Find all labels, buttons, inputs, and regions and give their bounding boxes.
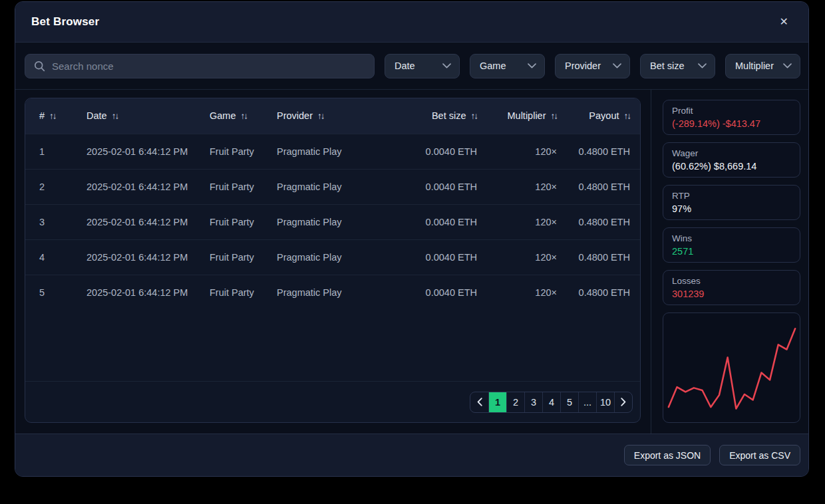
search-box [25, 54, 375, 78]
stat-value: 2571 [672, 246, 791, 257]
cell-payout: 0.4800 ETH [557, 204, 640, 239]
column-header-date[interactable]: Date↑↓ [86, 98, 210, 134]
sort-icon: ↑↓ [471, 111, 478, 121]
pagination-page-3[interactable]: 3 [524, 392, 542, 412]
stat-card-wins: Wins 2571 [663, 227, 800, 263]
chevron-right-icon [621, 398, 626, 406]
filter-label: Multiplier [735, 61, 774, 71]
chevron-down-icon [442, 63, 451, 68]
cell-date: 2025-02-01 6:44:12 PM [86, 239, 210, 275]
export-json-button[interactable]: Export as JSON [624, 445, 711, 465]
cell-payout: 0.4800 ETH [557, 275, 640, 310]
stat-label: RTP [672, 191, 791, 201]
stat-value: (-289.14%) -$413.47 [672, 118, 791, 129]
table-pane: #↑↓ Date↑↓ Game↑↓ Provider↑↓ Bet size↑↓ … [15, 90, 651, 434]
filter-date[interactable]: Date [385, 54, 460, 78]
cell-multiplier: 120× [477, 275, 557, 310]
cell-game: Fruit Party [210, 204, 277, 239]
filter-label: Bet size [650, 61, 685, 71]
cell-provider: Pragmatic Play [277, 134, 407, 169]
export-csv-button[interactable]: Export as CSV [719, 445, 800, 465]
filter-multiplier[interactable]: Multiplier [725, 54, 800, 78]
cell-provider: Pragmatic Play [277, 275, 407, 310]
filter-label: Game [480, 61, 506, 71]
search-input[interactable] [52, 61, 365, 72]
cell-bet-size: 0.0040 ETH [407, 275, 477, 310]
filter-label: Provider [565, 61, 601, 71]
cell-date: 2025-02-01 6:44:12 PM [86, 204, 210, 239]
table-header-row: #↑↓ Date↑↓ Game↑↓ Provider↑↓ Bet size↑↓ … [25, 98, 640, 134]
pagination-page-4[interactable]: 4 [542, 392, 560, 412]
sort-icon: ↑↓ [317, 111, 324, 121]
page-title: Bet Browser [31, 15, 99, 29]
sort-icon: ↑↓ [624, 111, 631, 121]
column-header-index[interactable]: #↑↓ [25, 98, 86, 134]
cell-provider: Pragmatic Play [277, 239, 407, 275]
table-row: 2 2025-02-01 6:44:12 PM Fruit Party Prag… [25, 169, 640, 204]
cell-game: Fruit Party [210, 134, 277, 169]
chevron-left-icon [477, 398, 482, 406]
pagination: 1 2 3 4 5 ... 10 [470, 392, 633, 413]
pagination-prev-button[interactable] [470, 392, 488, 412]
table-row: 3 2025-02-01 6:44:12 PM Fruit Party Prag… [25, 204, 640, 239]
pagination-page-1[interactable]: 1 [488, 392, 506, 412]
chart-polyline [669, 328, 795, 408]
cell-payout: 0.4800 ETH [557, 134, 640, 169]
bets-table: #↑↓ Date↑↓ Game↑↓ Provider↑↓ Bet size↑↓ … [25, 98, 640, 310]
table-empty-space [25, 310, 640, 381]
chevron-down-icon [783, 63, 792, 68]
bets-table-card: #↑↓ Date↑↓ Game↑↓ Provider↑↓ Bet size↑↓ … [25, 98, 641, 423]
profit-line-chart [663, 313, 800, 422]
sort-icon: ↑↓ [241, 111, 248, 121]
sort-icon: ↑↓ [49, 111, 56, 121]
cell-payout: 0.4800 ETH [557, 239, 640, 275]
stat-label: Wins [672, 233, 791, 243]
pagination-page-10[interactable]: 10 [596, 392, 614, 412]
stat-card-rtp: RTP 97% [663, 185, 800, 220]
stat-value: 301239 [672, 289, 791, 299]
filter-game[interactable]: Game [470, 54, 545, 78]
bet-browser-modal: Bet Browser ✕ Date Game Provider Bet siz… [15, 1, 809, 477]
stat-label: Profit [672, 106, 791, 116]
cell-index: 2 [25, 169, 86, 204]
pagination-next-button[interactable] [614, 392, 632, 412]
cell-index: 4 [25, 239, 86, 275]
profit-chart-card [663, 313, 800, 423]
cell-index: 1 [25, 134, 86, 169]
column-header-game[interactable]: Game↑↓ [210, 98, 277, 134]
stat-value: 97% [672, 203, 791, 214]
stat-card-wager: Wager (60.62%) $8,669.14 [663, 142, 800, 178]
column-header-payout[interactable]: Payout↑↓ [557, 98, 640, 134]
chevron-down-icon [613, 63, 621, 68]
cell-multiplier: 120× [477, 204, 557, 239]
table-row: 5 2025-02-01 6:44:12 PM Fruit Party Prag… [25, 275, 640, 310]
pagination-page-5[interactable]: 5 [560, 392, 578, 412]
chevron-down-icon [528, 63, 536, 68]
cell-provider: Pragmatic Play [277, 169, 407, 204]
cell-game: Fruit Party [210, 275, 277, 310]
table-row: 4 2025-02-01 6:44:12 PM Fruit Party Prag… [25, 239, 640, 275]
table-footer: 1 2 3 4 5 ... 10 [25, 381, 640, 422]
cell-game: Fruit Party [210, 169, 277, 204]
filter-provider[interactable]: Provider [555, 54, 630, 78]
column-header-multiplier[interactable]: Multiplier↑↓ [477, 98, 557, 134]
column-header-bet-size[interactable]: Bet size↑↓ [407, 98, 477, 134]
cell-multiplier: 120× [477, 239, 557, 275]
filter-bet-size[interactable]: Bet size [640, 54, 715, 78]
cell-provider: Pragmatic Play [277, 204, 407, 239]
cell-multiplier: 120× [477, 169, 557, 204]
column-header-provider[interactable]: Provider↑↓ [277, 98, 407, 134]
toolbar: Date Game Provider Bet size Multiplier [15, 43, 808, 90]
close-button[interactable]: ✕ [777, 14, 791, 30]
pagination-ellipsis: ... [578, 392, 596, 412]
cell-index: 5 [25, 275, 86, 310]
cell-game: Fruit Party [210, 239, 277, 275]
cell-bet-size: 0.0040 ETH [407, 204, 477, 239]
cell-bet-size: 0.0040 ETH [407, 169, 477, 204]
cell-index: 3 [25, 204, 86, 239]
stat-label: Wager [672, 148, 791, 158]
stat-card-losses: Losses 301239 [663, 270, 800, 305]
search-icon [34, 61, 45, 72]
cell-bet-size: 0.0040 ETH [407, 239, 477, 275]
pagination-page-2[interactable]: 2 [506, 392, 524, 412]
